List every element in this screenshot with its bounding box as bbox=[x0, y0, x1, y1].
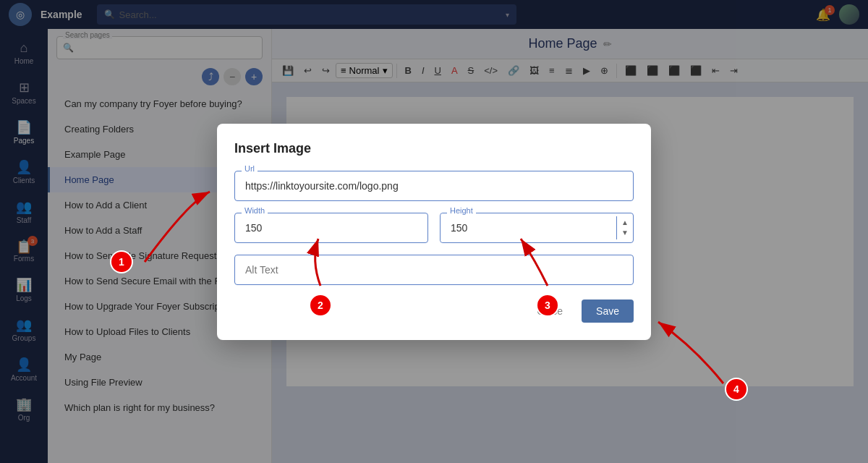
save-button[interactable]: Save bbox=[582, 300, 634, 323]
url-field-group: Url bbox=[234, 171, 634, 201]
annotation-1: 1 bbox=[110, 250, 133, 273]
height-input[interactable] bbox=[441, 213, 616, 242]
modal-overlay[interactable]: Insert Image Url Width Height ▲ ▼ bbox=[0, 0, 868, 463]
close-button[interactable]: Close bbox=[525, 300, 574, 323]
alt-text-input[interactable] bbox=[234, 255, 634, 285]
insert-image-modal: Insert Image Url Width Height ▲ ▼ bbox=[217, 124, 651, 340]
annotation-4: 4 bbox=[725, 378, 748, 401]
modal-title: Insert Image bbox=[234, 141, 634, 156]
url-label: Url bbox=[242, 164, 258, 173]
alt-field-group bbox=[234, 255, 634, 285]
height-decrement-button[interactable]: ▼ bbox=[621, 228, 629, 238]
height-field-group: Height ▲ ▼ bbox=[440, 213, 634, 243]
height-increment-button[interactable]: ▲ bbox=[621, 218, 629, 228]
width-field-group: Width bbox=[234, 213, 428, 243]
modal-actions: Close Save bbox=[234, 300, 634, 323]
height-label: Height bbox=[447, 206, 476, 215]
width-input[interactable] bbox=[234, 213, 428, 243]
dimensions-row: Width Height ▲ ▼ bbox=[234, 213, 634, 255]
url-input[interactable] bbox=[234, 171, 634, 201]
width-label: Width bbox=[242, 206, 268, 215]
